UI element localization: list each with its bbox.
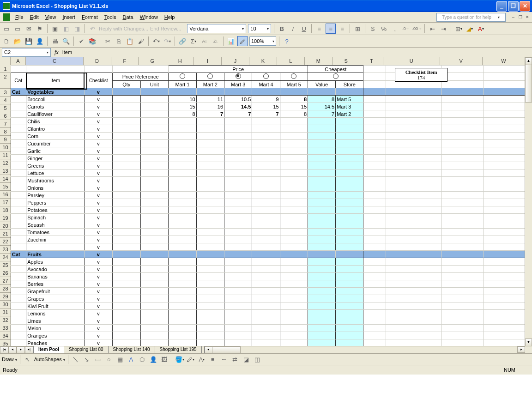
col-header-V[interactable]: V <box>440 57 483 65</box>
print-icon[interactable]: 🖶 <box>50 36 60 46</box>
col-header-I[interactable]: I <box>194 57 222 65</box>
spreadsheet-grid[interactable]: ACDFGHIJKLMSTUVW 12345678910111213141516… <box>0 57 532 353</box>
format-painter-icon[interactable]: 🖌 <box>136 36 145 46</box>
row-header-26[interactable]: 26 <box>0 269 11 277</box>
select-all-corner[interactable] <box>0 57 11 65</box>
arrow-style-icon[interactable]: ⇄ <box>230 355 240 364</box>
row-header-1[interactable]: 1 <box>0 65 11 73</box>
row-header-28[interactable]: 28 <box>0 285 11 293</box>
dash-style-icon[interactable]: ┅ <box>219 355 229 364</box>
line-style-icon[interactable]: ≡ <box>208 355 218 364</box>
back-icon[interactable]: ↶ <box>88 24 97 33</box>
col-header-A[interactable]: A <box>11 57 26 65</box>
tab-first-button[interactable]: |◂ <box>0 346 8 353</box>
print-preview-icon[interactable]: 🔍 <box>61 36 71 46</box>
insert-comment-icon[interactable]: ◧ <box>61 24 71 33</box>
new-book-icon[interactable]: ▭ <box>2 24 11 33</box>
decrease-decimal-button[interactable]: .00→ <box>412 24 422 33</box>
maximize-button[interactable]: ❐ <box>508 1 519 12</box>
menu-insert[interactable]: Insert <box>59 13 79 21</box>
menu-file[interactable]: File <box>12 13 27 21</box>
formula-input[interactable]: Item <box>62 49 72 55</box>
align-right-button[interactable]: ≡ <box>338 24 347 33</box>
help-icon[interactable]: ? <box>282 36 291 46</box>
row-header-12[interactable]: 12 <box>0 159 11 167</box>
shadow-icon[interactable]: ◪ <box>242 355 251 364</box>
col-header-L[interactable]: L <box>277 57 305 65</box>
row-header-30[interactable]: 30 <box>0 301 11 308</box>
wordart-icon[interactable]: A <box>127 355 136 364</box>
autosum-button[interactable]: Σ▾ <box>189 36 198 46</box>
merge-center-button[interactable]: ⊞ <box>353 24 362 33</box>
row-header-8[interactable]: 8 <box>0 128 11 136</box>
sort-asc-button[interactable]: A↓ <box>200 36 209 46</box>
tab-prev-button[interactable]: ◂ <box>8 346 17 353</box>
sheet-tab-item-pool[interactable]: Item Pool <box>33 346 64 353</box>
draw-menu[interactable]: Draw ▾ <box>2 357 17 362</box>
open-icon[interactable]: 📂 <box>13 36 22 46</box>
3d-icon[interactable]: ◫ <box>253 355 262 364</box>
vertical-scrollbar[interactable]: ▲ ▼ <box>525 57 532 346</box>
menu-window[interactable]: Window <box>137 13 161 21</box>
row-header-6[interactable]: 6 <box>0 112 11 120</box>
increase-decimal-button[interactable]: .0← <box>401 24 411 33</box>
horizontal-scroll-thumb[interactable] <box>212 346 241 353</box>
fill-color-button[interactable]: ◢▾ <box>465 24 474 33</box>
bold-button[interactable]: B <box>277 24 286 33</box>
italic-button[interactable]: I <box>288 24 297 33</box>
chart-wizard-icon[interactable]: 📊 <box>226 36 236 46</box>
rectangle-icon[interactable]: ▭ <box>93 355 103 364</box>
menu-edit[interactable]: Edit <box>27 13 42 21</box>
excel-doc-icon[interactable] <box>3 13 10 21</box>
undo-button[interactable]: ↶▾ <box>151 36 161 46</box>
col-header-K[interactable]: K <box>249 57 277 65</box>
align-center-button[interactable]: ≡ <box>326 24 336 34</box>
permission-icon[interactable]: 👤 <box>35 36 44 46</box>
row-header-29[interactable]: 29 <box>0 293 11 301</box>
row-header-11[interactable]: 11 <box>0 151 11 159</box>
row-header-22[interactable]: 22 <box>0 238 11 246</box>
percent-button[interactable]: % <box>379 24 388 33</box>
mdi-close-button[interactable]: ✕ <box>524 14 530 20</box>
spelling-icon[interactable]: ✔ <box>77 36 86 46</box>
copy-icon[interactable]: ⎘ <box>114 36 123 46</box>
autoshapes-menu[interactable]: AutoShapes ▾ <box>34 357 65 362</box>
name-box[interactable]: C2▾ <box>2 48 51 57</box>
title-bar[interactable]: Microsoft Excel - Shopping List V1.1.xls… <box>0 0 532 12</box>
scroll-up-button[interactable]: ▲ <box>525 57 532 65</box>
row-header-2[interactable]: 2 <box>0 73 11 89</box>
row-header-13[interactable]: 13 <box>0 167 11 175</box>
end-review-button[interactable]: End Review... <box>150 26 181 31</box>
reply-changes-button[interactable]: Reply with Changes... <box>99 26 148 31</box>
row-header-16[interactable]: 16 <box>0 191 11 199</box>
col-header-M[interactable]: M <box>305 57 332 65</box>
row-header-34[interactable]: 34 <box>0 332 11 340</box>
edit-comment-icon[interactable]: ◨ <box>73 24 82 33</box>
row-header-15[interactable]: 15 <box>0 183 11 191</box>
row-header-3[interactable]: 3 <box>0 89 11 97</box>
col-header-D[interactable]: D <box>84 57 111 65</box>
row-header-32[interactable]: 32 <box>0 316 11 324</box>
row-header-21[interactable]: 21 <box>0 230 11 238</box>
clipart-icon[interactable]: 👤 <box>149 355 158 364</box>
row-header-33[interactable]: 33 <box>0 324 11 332</box>
row-header-14[interactable]: 14 <box>0 175 11 183</box>
comma-button[interactable]: , <box>390 24 399 33</box>
menu-tools[interactable]: Tools <box>101 13 120 21</box>
mdi-minimize-button[interactable]: – <box>510 14 516 20</box>
increase-indent-button[interactable]: ⇥ <box>439 24 448 33</box>
col-header-T[interactable]: T <box>360 57 383 65</box>
align-left-button[interactable]: ≡ <box>314 24 324 33</box>
font-selector[interactable]: Verdana▾ <box>187 24 246 33</box>
oval-icon[interactable]: ○ <box>104 355 114 364</box>
row-header-18[interactable]: 18 <box>0 206 11 214</box>
close-button[interactable]: ✕ <box>520 1 530 12</box>
row-header-4[interactable]: 4 <box>0 97 11 104</box>
row-header-31[interactable]: 31 <box>0 308 11 316</box>
decrease-indent-button[interactable]: ⇤ <box>428 24 437 33</box>
redo-button[interactable]: ↷▾ <box>163 36 172 46</box>
compare-icon[interactable]: ▭ <box>13 24 22 33</box>
mdi-restore-button[interactable]: ❐ <box>517 14 523 20</box>
sheet-tab-shopping-list-195[interactable]: Shopping List 195 <box>155 346 202 353</box>
menu-format[interactable]: Format <box>79 13 101 21</box>
